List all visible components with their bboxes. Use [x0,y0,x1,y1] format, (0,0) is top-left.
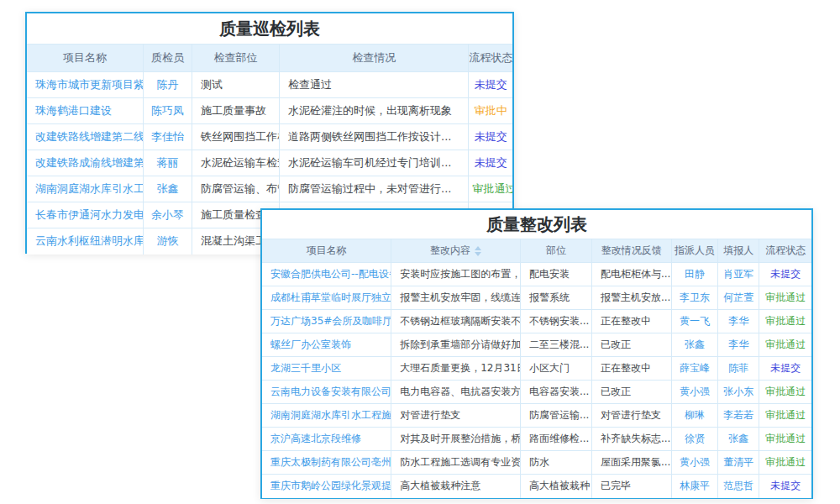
cell-link[interactable]: 张鑫 [718,428,759,451]
cell-link[interactable]: 陈菲 [718,357,759,381]
cell-link[interactable]: 改建铁路线增建第二线... [27,124,144,150]
cell-link[interactable]: 云南水利枢纽潜明水库... [27,228,144,255]
cell-link[interactable]: 黄小强 [671,381,718,404]
column-header: 流程状态 [759,239,811,263]
table-cell: 报警主机安放... [591,286,671,310]
cell-link[interactable]: 黄小强 [671,451,718,475]
column-header: 项目名称 [262,239,391,263]
cell-link[interactable]: 李华 [718,310,759,333]
column-header-label: 流程状态 [765,244,806,256]
table-row: 云南电力设备安装有限公司20...电力电容器、电抗器安装方案,...电容器安装.… [262,381,811,404]
cell-link[interactable]: 安徽合肥供电公司--配电设备... [262,263,391,286]
column-header-label: 项目名称 [63,51,107,64]
rectification-table: 项目名称整改内容部位整改情况反馈指派人员填报人流程状态 安徽合肥供电公司--配电… [262,239,811,498]
table-row: 龙湖三千里小区大理石质量更换，12月31日之...小区大门正在整改中薛宝峰陈菲未… [262,357,811,381]
cell-link[interactable]: 游恢 [144,228,192,255]
status-badge: 未提交 [469,124,512,150]
cell-link[interactable]: 李佳怡 [144,124,192,150]
table-cell: 小区大门 [520,357,591,381]
table-row: 珠海鹤港口建设陈巧凤施工质量事故水泥砼灌注的时候，出现离析现象审批中 [27,98,512,124]
table-cell: 不锈钢安装... [520,310,591,333]
table-cell: 补齐缺失标志... [591,428,671,451]
column-header[interactable]: 整改内容 [391,239,521,263]
table-cell: 报警主机安放牢固，线缆连接... [391,286,521,310]
cell-link[interactable]: 李华 [718,333,759,357]
cell-link[interactable]: 湖南洞庭湖水库引水工程施工标 [262,404,391,428]
cell-link[interactable]: 徐贤 [671,428,718,451]
table-row: 改建铁路线增建第二线...李佳怡铁丝网围挡工作检查道路两侧铁丝网围挡工作按设计.… [27,124,512,150]
cell-link[interactable]: 珠海鹤港口建设 [27,98,144,124]
table-cell: 水泥砼运输车司机经过专门培训... [280,150,469,176]
cell-link[interactable]: 成都杜甫草堂临时展厅独立展... [262,286,391,310]
table-cell: 水泥砼运输车检查 [192,150,280,176]
table-cell: 二至三楼混... [520,333,591,357]
table-cell: 检查通过 [280,72,469,98]
status-badge: 审批通过 [759,333,811,357]
column-header: 填报人 [718,239,759,263]
sort-icon[interactable] [475,246,481,256]
cell-link[interactable]: 重庆市鹅岭公园绿化景观提升... [262,475,391,498]
column-header: 流程状态 [469,45,512,72]
sort-desc-icon[interactable] [475,252,481,256]
cell-link[interactable]: 余小琴 [144,202,192,228]
table-row: 重庆太极制药有限公司亳州中...防水工程施工选调有专业资质...防水屋面采用聚氯… [262,451,811,475]
cell-link[interactable]: 张鑫 [671,333,718,357]
table-cell: 防水 [520,451,591,475]
table-row: 成都杜甫草堂临时展厅独立展...报警主机安放牢固，线缆连接...报警系统报警主机… [262,286,811,310]
cell-link[interactable]: 柳琳 [671,404,718,428]
cell-link[interactable]: 云南电力设备安装有限公司20... [262,381,391,404]
cell-link[interactable]: 何芷萱 [718,286,759,310]
status-badge: 审批通过 [759,381,811,404]
column-header-label: 部位 [546,244,566,256]
cell-link[interactable]: 薛宝峰 [671,357,718,381]
header-row: 项目名称整改内容部位整改情况反馈指派人员填报人流程状态 [262,239,811,263]
table-cell: 已改正 [591,333,671,357]
cell-link[interactable]: 改建铁路成渝线增建第... [27,150,144,176]
table-cell: 水泥砼灌注的时候，出现离析现象 [280,98,469,124]
column-header: 项目名称 [27,45,144,72]
column-header-label: 整改内容 [430,244,470,256]
cell-link[interactable]: 珠海市城市更新项目紫... [27,72,144,98]
table-cell: 对管进行垫支 [391,404,521,428]
status-badge: 审批通过 [759,428,811,451]
table-cell: 报警系统 [520,286,591,310]
table-row: 螺丝厂办公室装饰拆除到承重墙部分请做好加固...二至三楼混...已改正张鑫李华审… [262,333,811,357]
column-header-label: 检查情况 [352,51,396,64]
sort-asc-icon[interactable] [475,246,481,250]
table-row: 湖南洞庭湖水库引水工程施工标对管进行垫支防腐管运输...对管进行垫支柳琳李若若审… [262,404,811,428]
cell-link[interactable]: 董清平 [718,451,759,475]
cell-link[interactable]: 螺丝厂办公室装饰 [262,333,391,357]
cell-link[interactable]: 范思哲 [718,475,759,498]
cell-link[interactable]: 万达广场35#会所及咖啡厅空... [262,310,391,333]
cell-link[interactable]: 重庆太极制药有限公司亳州中... [262,451,391,475]
cell-link[interactable]: 京沪高速北京段维修 [262,428,391,451]
cell-link[interactable]: 陈丹 [144,72,192,98]
cell-link[interactable]: 张鑫 [144,176,192,202]
table-cell: 高大植被栽种 [520,475,591,498]
cell-link[interactable]: 蒋丽 [144,150,192,176]
table-cell: 施工质量事故 [192,98,280,124]
cell-link[interactable]: 肖亚军 [718,263,759,286]
status-badge: 未提交 [759,263,811,286]
status-badge: 未提交 [759,475,811,498]
cell-link[interactable]: 李若若 [718,404,759,428]
table-cell: 安装时应按施工图的布置，将... [391,263,521,286]
cell-link[interactable]: 陈巧凤 [144,98,192,124]
column-header-label: 填报人 [723,244,753,256]
cell-link[interactable]: 黄一飞 [671,310,718,333]
table-row: 湖南洞庭湖水库引水工...张鑫防腐管运输、布管防腐管运输过程中，未对管进行...… [27,176,512,202]
cell-link[interactable]: 田静 [671,263,718,286]
cell-link[interactable]: 张小东 [718,381,759,404]
column-header-label: 项目名称 [307,244,347,256]
cell-link[interactable]: 湖南洞庭湖水库引水工... [27,176,144,202]
cell-link[interactable]: 李卫东 [671,286,718,310]
column-header: 检查部位 [192,45,280,72]
table-cell: 防腐管运输、布管 [192,176,280,202]
table-cell: 电容器安装... [520,381,591,404]
cell-link[interactable]: 林康平 [671,475,718,498]
table-cell: 防腐管运输... [520,404,591,428]
table-cell: 测试 [192,72,280,98]
cell-link[interactable]: 龙湖三千里小区 [262,357,391,381]
table-cell: 高大植被栽种注意 [391,475,521,498]
cell-link[interactable]: 长春市伊通河水力发电... [27,202,144,228]
